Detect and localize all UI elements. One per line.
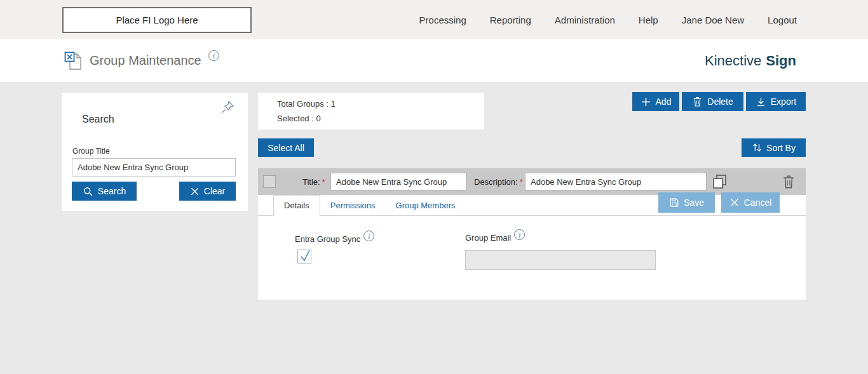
required-marker: *	[322, 177, 325, 187]
save-icon	[669, 197, 679, 208]
export-button-label: Export	[771, 97, 796, 107]
plus-icon	[641, 97, 651, 107]
group-row: Title:* Description:*	[258, 168, 806, 195]
export-button[interactable]: Export	[746, 92, 806, 111]
search-button[interactable]: Search	[72, 182, 137, 201]
info-icon[interactable]: i	[208, 50, 219, 61]
search-button-label: Search	[98, 186, 126, 196]
search-panel: Search Group Title Search Clear	[62, 93, 248, 211]
search-panel-title: Search	[82, 114, 114, 125]
cancel-button-label: Cancel	[744, 197, 772, 208]
add-button[interactable]: Add	[632, 92, 679, 111]
entra-group-sync-label: Entra Group Sync i	[295, 234, 374, 245]
row-checkbox[interactable]	[263, 175, 276, 188]
summary-panel: Total Groups : 1 Selected : 0	[258, 93, 484, 130]
description-label: Description:*	[474, 177, 523, 187]
group-actions-toolbar: Add Delete Export	[632, 92, 806, 111]
clear-button-label: Clear	[204, 186, 225, 196]
copy-icon	[712, 173, 728, 190]
checkmark-icon	[299, 248, 312, 262]
title-label: Title:*	[302, 177, 325, 187]
group-email-label: Group Email i	[465, 233, 525, 244]
nav-item-processing[interactable]: Processing	[419, 15, 466, 25]
sort-icon	[752, 142, 762, 153]
group-maintenance-icon	[64, 51, 83, 71]
info-icon[interactable]: i	[514, 229, 525, 240]
info-icon[interactable]: i	[363, 230, 374, 241]
nav-item-reporting[interactable]: Reporting	[490, 15, 531, 25]
clear-button[interactable]: Clear	[179, 182, 236, 201]
page-header: Group Maintenance i Kinective Sign	[0, 39, 868, 82]
add-button-label: Add	[656, 97, 672, 107]
fi-logo-placeholder: Place FI Logo Here	[62, 7, 252, 33]
close-icon	[190, 187, 200, 196]
save-button-label: Save	[684, 197, 704, 208]
nav-item-logout[interactable]: Logout	[768, 15, 797, 25]
sort-by-button[interactable]: Sort By	[742, 138, 806, 157]
total-groups-text: Total Groups : 1	[277, 99, 336, 109]
sort-by-label: Sort By	[766, 143, 796, 153]
nav-item-administration[interactable]: Administration	[555, 15, 615, 25]
tab-group-members[interactable]: Group Members	[386, 195, 466, 215]
group-title-label: Group Title	[72, 147, 110, 156]
group-email-input	[465, 250, 656, 270]
copy-button[interactable]	[712, 173, 728, 190]
tab-permissions[interactable]: Permissions	[320, 195, 386, 215]
top-bar: Place FI Logo Here Processing Reporting …	[0, 0, 868, 39]
trash-icon	[692, 96, 703, 107]
cancel-button[interactable]: Cancel	[721, 192, 780, 213]
page-title: Group Maintenance	[90, 53, 201, 68]
nav-item-user[interactable]: Jane Doe New	[682, 15, 744, 25]
main-area: Search Group Title Search Clear Total G	[0, 82, 868, 374]
title-input[interactable]	[330, 173, 466, 190]
selected-count-text: Selected : 0	[277, 114, 321, 123]
close-icon	[729, 197, 740, 208]
entra-group-sync-checkbox[interactable]	[297, 250, 311, 264]
download-icon	[756, 97, 766, 107]
top-nav: Processing Reporting Administration Help…	[419, 0, 797, 39]
save-button[interactable]: Save	[658, 192, 715, 213]
pin-icon[interactable]	[220, 99, 236, 116]
required-marker: *	[520, 177, 523, 187]
row-delete-button[interactable]	[782, 173, 797, 190]
description-input[interactable]	[525, 173, 707, 190]
group-title-input[interactable]	[72, 158, 236, 177]
group-detail-panel: Details Permissions Group Members Save C…	[258, 195, 806, 300]
trash-icon	[782, 174, 796, 189]
tab-details[interactable]: Details	[273, 195, 320, 216]
brand-name: Kinective	[705, 53, 761, 69]
brand-suffix: Sign	[766, 53, 796, 69]
delete-button[interactable]: Delete	[682, 92, 743, 111]
brand-logo: Kinective Sign	[705, 39, 796, 82]
nav-item-help[interactable]: Help	[639, 15, 658, 25]
select-all-button[interactable]: Select All	[258, 138, 314, 157]
search-icon	[83, 186, 93, 197]
delete-button-label: Delete	[707, 97, 733, 107]
